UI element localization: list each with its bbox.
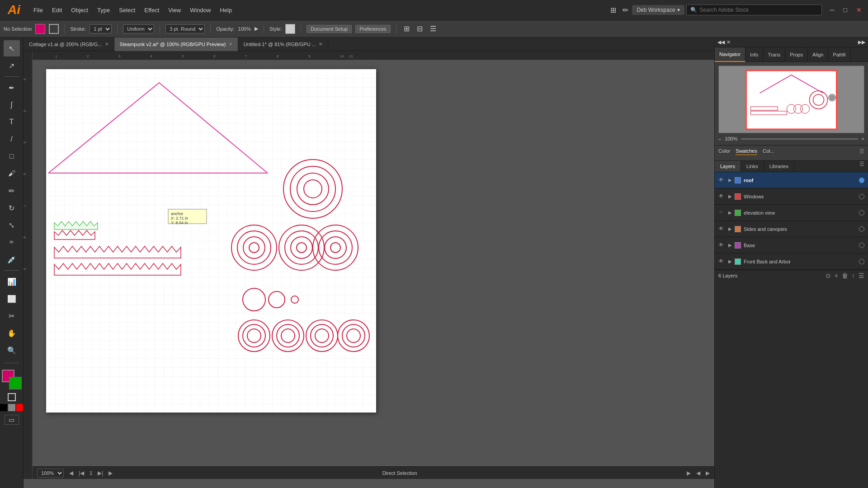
background-color[interactable] xyxy=(9,377,22,389)
pen-tool[interactable]: ✒ xyxy=(4,80,20,96)
normal-mode[interactable] xyxy=(0,404,7,411)
pencil-tool[interactable]: ✏ xyxy=(4,183,20,199)
layer-expand-front-back[interactable]: ▶ xyxy=(728,259,732,264)
col-tab[interactable]: Col... xyxy=(763,148,774,155)
stroke-mini[interactable] xyxy=(8,393,16,401)
last-page-button[interactable]: ▶| xyxy=(98,470,103,476)
scale-tool[interactable]: ⤡ xyxy=(4,217,20,233)
panel-tab-info[interactable]: Info xyxy=(745,47,763,62)
zoom-select[interactable]: 100% xyxy=(37,469,64,478)
make-clipping-mask-button[interactable]: ⊙ xyxy=(826,272,831,279)
brush-select[interactable]: 3 pt. Round xyxy=(165,24,205,33)
navigator-zoom-out[interactable]: – xyxy=(718,136,721,141)
maximize-button[interactable]: □ xyxy=(841,5,850,14)
layers-panel-menu[interactable]: ☰ xyxy=(856,161,868,172)
panel-tab-align[interactable]: Align xyxy=(808,47,828,62)
move-layer-up-button[interactable]: ↑ xyxy=(852,272,855,279)
panel-collapse-left[interactable]: ◀◀ xyxy=(717,39,725,45)
stroke-type-select[interactable]: Uniform xyxy=(123,24,154,33)
minimize-button[interactable]: ─ xyxy=(827,5,837,14)
tab-steampunk-close[interactable]: ✕ xyxy=(229,42,232,47)
delete-layer-button[interactable]: 🗑 xyxy=(842,272,848,279)
rotate-tool[interactable]: ↻ xyxy=(4,200,20,216)
panel-collapse-close[interactable]: ✕ xyxy=(726,39,731,45)
layer-expand-sides[interactable]: ▶ xyxy=(728,226,732,231)
change-screen-mode[interactable]: ▭ xyxy=(5,415,19,425)
search-input[interactable] xyxy=(700,7,818,13)
options-icon[interactable]: ☰ xyxy=(428,23,438,35)
menu-select[interactable]: Select xyxy=(115,5,139,15)
layer-vis-front-back[interactable]: 👁 xyxy=(718,258,726,265)
layer-row-sides[interactable]: 👁 ▶ Sides and canopies xyxy=(715,221,868,237)
color-tab[interactable]: Color xyxy=(718,148,730,155)
tab-steampunk[interactable]: Steampunk v2.ai* @ 100% (RGB/GPU Preview… xyxy=(114,38,238,51)
menu-view[interactable]: View xyxy=(165,5,184,15)
layer-target-sides[interactable] xyxy=(859,226,864,232)
menu-object[interactable]: Object xyxy=(67,5,92,15)
navigator-preview[interactable] xyxy=(718,66,864,133)
menu-effect[interactable]: Effect xyxy=(141,5,163,15)
swatches-tab[interactable]: Swatches xyxy=(736,148,757,155)
navigator-zoom-slider[interactable] xyxy=(741,138,858,140)
layer-expand-windows[interactable]: ▶ xyxy=(728,194,732,199)
layer-target-elevation[interactable] xyxy=(859,210,864,216)
layer-target-base[interactable] xyxy=(859,243,864,248)
nav-right-button[interactable]: ▶ xyxy=(706,470,710,476)
page-next-button[interactable]: ▶ xyxy=(108,470,113,476)
paintbrush-tool[interactable]: 🖌 xyxy=(4,165,20,182)
panel-tab-navigator[interactable]: Navigator xyxy=(715,47,745,62)
layer-vis-sides[interactable]: 👁 xyxy=(718,225,726,233)
type-tool[interactable]: T xyxy=(4,114,20,130)
page-prev-button[interactable]: ◀ xyxy=(69,470,73,476)
canvas-viewport[interactable]: anchor X: 2.71 in Y: 8.54 in xyxy=(33,60,714,479)
line-tool[interactable]: / xyxy=(4,131,20,147)
play-button[interactable]: ▶ xyxy=(687,470,691,476)
workspace-button[interactable]: Deb Workspace ▾ xyxy=(632,5,684,15)
fill-swatch[interactable] xyxy=(35,24,45,34)
layer-vis-elevation[interactable]: 👁 xyxy=(718,209,726,216)
close-button[interactable]: ✕ xyxy=(854,5,864,14)
menu-file[interactable]: File xyxy=(30,5,47,15)
distribute-icon[interactable]: ⊟ xyxy=(415,23,425,35)
layers-tab-libraries[interactable]: Libraries xyxy=(764,161,794,172)
slice-tool[interactable]: ✂ xyxy=(4,308,20,324)
layer-target-roof[interactable] xyxy=(859,178,864,183)
layers-options-button[interactable]: ☰ xyxy=(859,272,864,279)
layer-vis-roof[interactable]: 👁 xyxy=(718,177,726,184)
tab-cottage-close[interactable]: ✕ xyxy=(105,42,108,47)
artboard-tool[interactable]: ⬜ xyxy=(4,291,20,307)
opacity-expand-icon[interactable]: ▶ xyxy=(255,26,258,32)
panel-expand-right[interactable]: ▶▶ xyxy=(858,39,865,45)
layer-row-front-back[interactable]: 👁 ▶ Front Back and Arbor xyxy=(715,253,868,270)
nav-left-button[interactable]: ◀ xyxy=(696,470,700,476)
stroke-swatch[interactable] xyxy=(49,24,59,34)
document-setup-button[interactable]: Document Setup xyxy=(307,25,352,33)
layer-row-elevation[interactable]: 👁 ▶ elevation view xyxy=(715,205,868,221)
preferences-button[interactable]: Preferences xyxy=(355,25,390,33)
layer-row-roof[interactable]: 👁 ▶ roof xyxy=(715,172,868,188)
panel-tab-props[interactable]: Props xyxy=(785,47,808,62)
menu-type[interactable]: Type xyxy=(94,5,113,15)
eyedropper-tool[interactable]: 💉 xyxy=(4,251,20,267)
brush-icon[interactable]: ✏ xyxy=(621,4,630,16)
layer-expand-roof[interactable]: ▶ xyxy=(728,178,732,183)
layer-expand-elevation[interactable]: ▶ xyxy=(728,210,732,215)
add-layer-button[interactable]: + xyxy=(835,272,838,279)
layer-vis-base[interactable]: 👁 xyxy=(718,242,726,249)
menu-edit[interactable]: Edit xyxy=(48,5,66,15)
curvature-tool[interactable]: ∫ xyxy=(4,97,20,113)
layer-target-front-back[interactable] xyxy=(859,259,864,264)
navigator-zoom-in[interactable]: + xyxy=(862,136,864,141)
layer-vis-windows[interactable]: 👁 xyxy=(718,193,726,200)
stroke-weight-select[interactable]: 1 pt xyxy=(90,24,112,33)
menu-window[interactable]: Window xyxy=(186,5,214,15)
layers-tab-layers[interactable]: Layers xyxy=(715,161,741,172)
library-icon[interactable]: ⊞ xyxy=(609,4,618,16)
layer-row-base[interactable]: 👁 ▶ Base xyxy=(715,237,868,253)
tab-cottage[interactable]: Cottage v1.ai @ 200% (RGB/G... ✕ xyxy=(24,38,114,51)
align-icon[interactable]: ⊞ xyxy=(402,23,411,35)
menu-help[interactable]: Help xyxy=(216,5,236,15)
direct-selection-tool[interactable]: ↗ xyxy=(4,57,20,74)
color-panel-menu[interactable]: ☰ xyxy=(859,148,864,155)
first-page-button[interactable]: |◀ xyxy=(79,470,84,476)
